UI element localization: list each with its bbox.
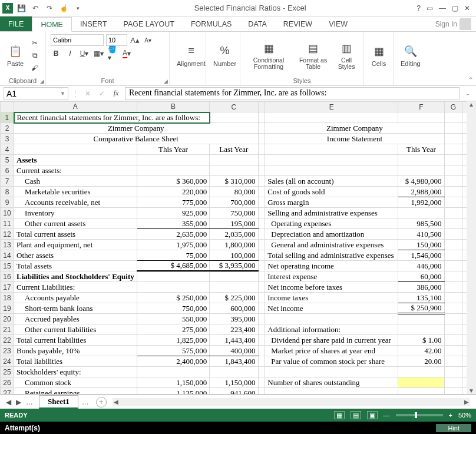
cell-G6[interactable] bbox=[444, 165, 462, 176]
number-button[interactable]: %Number bbox=[211, 42, 239, 68]
cell-B19[interactable]: 750,000 bbox=[137, 303, 209, 314]
cell-A24[interactable]: Total liabilities bbox=[14, 356, 137, 367]
cell-F18[interactable]: 135,100 bbox=[398, 293, 444, 303]
collapse-ribbon-icon[interactable]: ⌃ bbox=[468, 76, 474, 84]
cell-styles-button[interactable]: ▥Cell Styles bbox=[334, 39, 359, 71]
hint-button[interactable]: Hint bbox=[436, 424, 471, 432]
enter-formula-icon[interactable]: ✓ bbox=[97, 88, 107, 99]
cell-D27[interactable] bbox=[258, 388, 265, 395]
cell-F21[interactable] bbox=[398, 324, 444, 335]
format-as-table-button[interactable]: ▤Format as Table bbox=[296, 39, 330, 71]
row-header-5[interactable]: 5 bbox=[1, 155, 14, 165]
cell-F14[interactable]: 1,546,000 bbox=[398, 250, 444, 261]
sheet-nav-prev-icon[interactable]: ◀ bbox=[6, 398, 11, 406]
alignment-button[interactable]: ≡Alignment bbox=[174, 42, 208, 68]
underline-button[interactable]: U▾ bbox=[79, 48, 90, 59]
cell-B22[interactable]: 1,825,000 bbox=[137, 335, 209, 346]
cell-D24[interactable] bbox=[258, 356, 265, 367]
cell-F6[interactable] bbox=[398, 165, 444, 176]
cell-C7[interactable]: $ 310,000 bbox=[210, 176, 258, 187]
cell-F7[interactable]: $ 4,980,000 bbox=[398, 176, 444, 187]
cell-E8[interactable]: Cost of goods sold bbox=[265, 187, 398, 197]
cell-C4[interactable]: Last Year bbox=[210, 144, 258, 155]
cell-G24[interactable] bbox=[444, 356, 462, 367]
cell-D20[interactable] bbox=[258, 314, 265, 324]
zoom-slider[interactable] bbox=[396, 414, 443, 416]
cell-F1[interactable] bbox=[398, 112, 444, 123]
cell-D23[interactable] bbox=[258, 346, 265, 356]
row-header-13[interactable]: 13 bbox=[1, 240, 14, 250]
cell-F25[interactable] bbox=[398, 367, 444, 377]
row-header-20[interactable]: 20 bbox=[1, 314, 14, 324]
cell-G27[interactable] bbox=[444, 388, 462, 395]
border-icon[interactable]: ▦▾ bbox=[93, 48, 104, 59]
cell-A11[interactable]: Other current assets bbox=[14, 218, 137, 229]
format-painter-icon[interactable]: 🖌 bbox=[29, 62, 40, 73]
cell-B13[interactable]: 1,975,000 bbox=[137, 240, 209, 250]
cell-C13[interactable]: 1,800,000 bbox=[210, 240, 258, 250]
cell-C22[interactable]: 1,443,400 bbox=[210, 335, 258, 346]
cell-E27[interactable] bbox=[265, 388, 398, 395]
name-box[interactable]: A1 ▼ bbox=[4, 87, 68, 100]
cell-A27[interactable]: Retained earnings bbox=[14, 388, 137, 395]
cell-G4[interactable] bbox=[444, 144, 462, 155]
tab-data[interactable]: DATA bbox=[240, 16, 275, 31]
cell-A12[interactable]: Total current assets bbox=[14, 229, 137, 240]
cell-C26[interactable]: 1,150,000 bbox=[210, 377, 258, 388]
cell-G25[interactable] bbox=[444, 367, 462, 377]
cell-D16[interactable] bbox=[258, 271, 265, 282]
row-header-15[interactable]: 15 bbox=[1, 261, 14, 271]
cell-G11[interactable] bbox=[444, 218, 462, 229]
cell-G17[interactable] bbox=[444, 282, 462, 293]
cell-E18[interactable]: Income taxes bbox=[265, 293, 398, 303]
cell-F9[interactable]: 1,992,000 bbox=[398, 197, 444, 208]
row-header-25[interactable]: 25 bbox=[1, 367, 14, 377]
cell-E15[interactable]: Net operating income bbox=[265, 261, 398, 271]
cell-G23[interactable] bbox=[444, 346, 462, 356]
cell-G2[interactable] bbox=[444, 123, 462, 134]
ribbon-options-icon[interactable]: ▭ bbox=[427, 4, 433, 12]
save-icon[interactable]: 💾 bbox=[15, 2, 27, 14]
redo-icon[interactable]: ↷ bbox=[44, 2, 55, 14]
cell-D15[interactable] bbox=[258, 261, 265, 271]
cell-G7[interactable] bbox=[444, 176, 462, 187]
cell-A19[interactable]: Short-term bank loans bbox=[14, 303, 137, 314]
cell-B8[interactable]: 220,000 bbox=[137, 187, 209, 197]
cell-C25[interactable] bbox=[210, 367, 258, 377]
cell-A9[interactable]: Accounts receivable, net bbox=[14, 197, 137, 208]
cell-F20[interactable] bbox=[398, 314, 444, 324]
cell-E9[interactable]: Gross margin bbox=[265, 197, 398, 208]
sheet-nav-more-icon[interactable]: … bbox=[26, 398, 33, 406]
cell-G14[interactable] bbox=[444, 250, 462, 261]
cell-D26[interactable] bbox=[258, 377, 265, 388]
cell-F16[interactable]: 60,000 bbox=[398, 271, 444, 282]
cell-F11[interactable]: 985,500 bbox=[398, 218, 444, 229]
cell-G10[interactable] bbox=[444, 208, 462, 218]
cell-C6[interactable] bbox=[210, 165, 258, 176]
cell-C18[interactable]: $ 225,000 bbox=[210, 293, 258, 303]
view-pagebreak-icon[interactable]: ▣ bbox=[367, 411, 378, 419]
cell-E21[interactable]: Additional information: bbox=[265, 324, 398, 335]
minimize-icon[interactable]: — bbox=[439, 4, 446, 12]
zoom-level[interactable]: 50% bbox=[458, 412, 471, 419]
col-header-E[interactable]: E bbox=[265, 102, 398, 112]
cell-E11[interactable]: Operating expenses bbox=[265, 218, 398, 229]
tab-formulas[interactable]: FORMULAS bbox=[183, 16, 240, 31]
cell-E12[interactable]: Depreciation and amortization bbox=[265, 229, 398, 240]
cell-A25[interactable]: Stockholders' equity: bbox=[14, 367, 137, 377]
cell-C10[interactable]: 750,000 bbox=[210, 208, 258, 218]
tab-view[interactable]: VIEW bbox=[320, 16, 356, 31]
bold-button[interactable]: B bbox=[51, 48, 61, 59]
cell-A2[interactable]: Zimmer Company bbox=[14, 123, 259, 134]
cell-C27[interactable]: 941,600 bbox=[210, 388, 258, 395]
cell-A20[interactable]: Accrued payables bbox=[14, 314, 137, 324]
col-header-C[interactable]: C bbox=[210, 102, 258, 112]
cell-E3[interactable]: Income Statement bbox=[265, 134, 444, 144]
cell-B21[interactable]: 275,000 bbox=[137, 324, 209, 335]
sheet-nav-next-icon[interactable]: ▶ bbox=[16, 398, 21, 406]
cell-C12[interactable]: 2,035,000 bbox=[210, 229, 258, 240]
cell-F27[interactable] bbox=[398, 388, 444, 395]
cell-E6[interactable] bbox=[265, 165, 398, 176]
cell-D13[interactable] bbox=[258, 240, 265, 250]
cell-E5[interactable] bbox=[265, 155, 398, 165]
